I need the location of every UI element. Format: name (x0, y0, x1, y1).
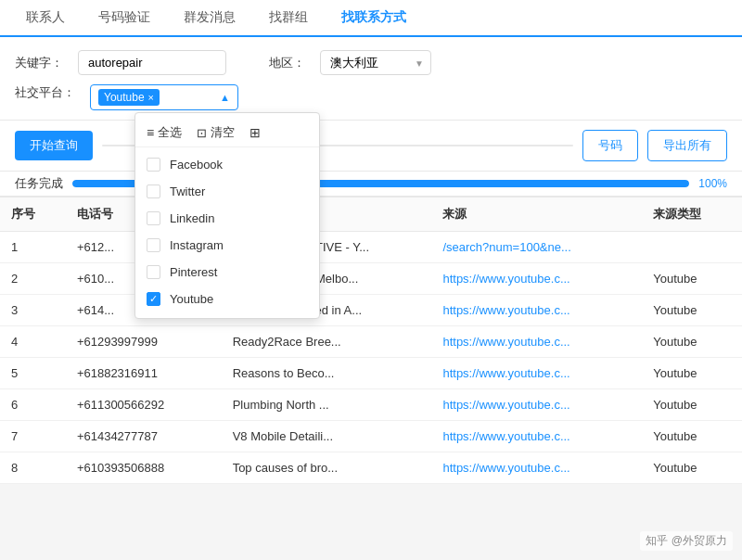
cell-source-type: Youtube (642, 326, 742, 358)
platform-tag-close[interactable]: × (148, 92, 154, 103)
tab-broadcast[interactable]: 群发消息 (167, 0, 252, 37)
cell-source-type: Youtube (642, 263, 742, 295)
export-button[interactable]: 导出所有 (647, 130, 727, 161)
region-select[interactable]: 澳大利亚 (320, 50, 431, 75)
dropdown-item-facebook[interactable]: Facebook (135, 151, 319, 178)
cell-title: Top causes of bro... (222, 452, 432, 484)
cell-source[interactable]: https://www.youtube.c... (431, 263, 642, 295)
cell-source-type: Youtube (642, 358, 742, 389)
cell-source[interactable]: https://www.youtube.c... (431, 326, 642, 358)
table-row: 6 +611300566292 Plumbing North ... https… (0, 389, 742, 421)
checkbox-linkedin[interactable] (147, 211, 160, 225)
cell-phone: +61434277787 (66, 421, 222, 452)
cell-phone: +611300566292 (66, 389, 222, 421)
tab-bar: 联系人 号码验证 群发消息 找群组 找联系方式 (0, 0, 742, 37)
platform-tag-selector[interactable]: Youtube × ▲ (90, 84, 238, 110)
cell-source-type (642, 232, 742, 263)
region-wrapper: 澳大利亚 (320, 50, 431, 75)
dropdown-header: ≡ 全选 ⊡ 清空 ⊞ (135, 119, 319, 147)
platform-row: 社交平台： Youtube × ▲ ≡ 全选 ⊡ 清空 (15, 84, 727, 110)
cell-no: 8 (0, 452, 66, 484)
data-table: 序号 电话号 标题 来源 来源类型 1 +612... MGK AUTOMOTI… (0, 197, 742, 484)
cell-title: Reasons to Beco... (222, 358, 432, 389)
cell-source[interactable]: https://www.youtube.c... (431, 452, 642, 484)
dropdown-item-instagram[interactable]: Instagram (135, 232, 319, 259)
col-source-type: 来源类型 (642, 197, 742, 232)
table-row: 2 +610... Video Creation Melbo... https:… (0, 263, 742, 295)
table-row: 7 +61434277787 V8 Mobile Detaili... http… (0, 421, 742, 452)
keyword-label: 关键字： (15, 55, 63, 71)
cell-no: 4 (0, 326, 66, 358)
cell-no: 2 (0, 263, 66, 295)
grid-icon[interactable]: ⊞ (249, 125, 261, 140)
col-source: 来源 (431, 197, 642, 232)
tab-findgroup[interactable]: 找群组 (252, 0, 325, 37)
cell-title: Ready2Race Bree... (222, 326, 432, 358)
table-row: 4 +61293997999 Ready2Race Bree... https:… (0, 326, 742, 358)
cell-source-type: Youtube (642, 295, 742, 326)
dropdown-item-linkedin[interactable]: Linkedin (135, 205, 319, 232)
table-header-row: 序号 电话号 标题 来源 来源类型 (0, 197, 742, 232)
start-query-button[interactable]: 开始查询 (15, 131, 93, 160)
tab-verify[interactable]: 号码验证 (82, 0, 167, 37)
cell-title: V8 Mobile Detaili... (222, 421, 432, 452)
checkbox-twitter[interactable] (147, 185, 160, 198)
tab-findcontact[interactable]: 找联系方式 (325, 0, 423, 37)
cell-phone: +61882316911 (66, 358, 222, 389)
table-row: 3 +614... Navara 550 tuned in A... https… (0, 295, 742, 326)
cell-source[interactable]: https://www.youtube.c... (431, 358, 642, 389)
keyword-input[interactable] (78, 50, 226, 75)
label-facebook: Facebook (170, 158, 223, 172)
task-label: 任务完成 (15, 175, 63, 192)
checkbox-instagram[interactable] (147, 238, 160, 252)
cell-phone: +61293997999 (66, 326, 222, 358)
dropdown-item-youtube[interactable]: Youtube (135, 286, 319, 312)
label-youtube: Youtube (170, 292, 213, 306)
progress-pct: 100% (698, 177, 727, 190)
form-area: 关键字： 地区： 澳大利亚 社交平台： Youtube × ▲ ≡ (0, 37, 742, 121)
cell-no: 1 (0, 232, 66, 263)
cell-source-type: Youtube (642, 389, 742, 421)
dropdown-item-pinterest[interactable]: Pinterest (135, 259, 319, 286)
label-instagram: Instagram (170, 238, 224, 252)
platform-selector-wrapper: Youtube × ▲ ≡ 全选 ⊡ 清空 ⊞ (90, 84, 238, 110)
table-wrapper: 序号 电话号 标题 来源 来源类型 1 +612... MGK AUTOMOTI… (0, 197, 742, 484)
platform-tag-youtube: Youtube × (98, 89, 160, 106)
cell-no: 3 (0, 295, 66, 326)
cell-source[interactable]: https://www.youtube.c... (431, 295, 642, 326)
dropdown-item-twitter[interactable]: Twitter (135, 178, 319, 205)
tab-contacts[interactable]: 联系人 (9, 0, 82, 37)
action-row: 开始查询 号码 导出所有 (0, 121, 742, 172)
label-twitter: Twitter (170, 185, 205, 198)
keyword-row: 关键字： 地区： 澳大利亚 (15, 50, 727, 75)
platform-dropdown: ≡ 全选 ⊡ 清空 ⊞ Facebook (134, 112, 320, 319)
progress-area: 任务完成 100% (0, 172, 742, 197)
cell-no: 7 (0, 421, 66, 452)
platform-label: 社交平台： (15, 84, 75, 101)
table-row: 1 +612... MGK AUTOMOTIVE - Y... /search?… (0, 232, 742, 263)
cell-source-type: Youtube (642, 452, 742, 484)
col-no: 序号 (0, 197, 66, 232)
cell-title: Plumbing North ... (222, 389, 432, 421)
cell-phone: +610393506888 (66, 452, 222, 484)
select-all-btn[interactable]: ≡ 全选 (147, 124, 182, 141)
clear-btn[interactable]: ⊡ 清空 (197, 124, 235, 141)
cell-source[interactable]: https://www.youtube.c... (431, 389, 642, 421)
label-linkedin: Linkedin (170, 211, 214, 225)
label-pinterest: Pinterest (170, 265, 217, 279)
phone-button[interactable]: 号码 (582, 130, 638, 161)
platform-tag-label: Youtube (104, 91, 145, 104)
checkbox-facebook[interactable] (147, 158, 160, 172)
table-row: 8 +610393506888 Top causes of bro... htt… (0, 452, 742, 484)
checkbox-youtube[interactable] (147, 292, 160, 306)
region-label: 地区： (269, 55, 305, 71)
cell-no: 6 (0, 389, 66, 421)
checkbox-pinterest[interactable] (147, 265, 160, 279)
cell-source[interactable]: https://www.youtube.c... (431, 421, 642, 452)
cell-source[interactable]: /search?num=100&ne... (431, 232, 642, 263)
cell-no: 5 (0, 358, 66, 389)
platform-dropdown-arrow[interactable]: ▲ (220, 92, 230, 103)
table-row: 5 +61882316911 Reasons to Beco... https:… (0, 358, 742, 389)
cell-source-type: Youtube (642, 421, 742, 452)
